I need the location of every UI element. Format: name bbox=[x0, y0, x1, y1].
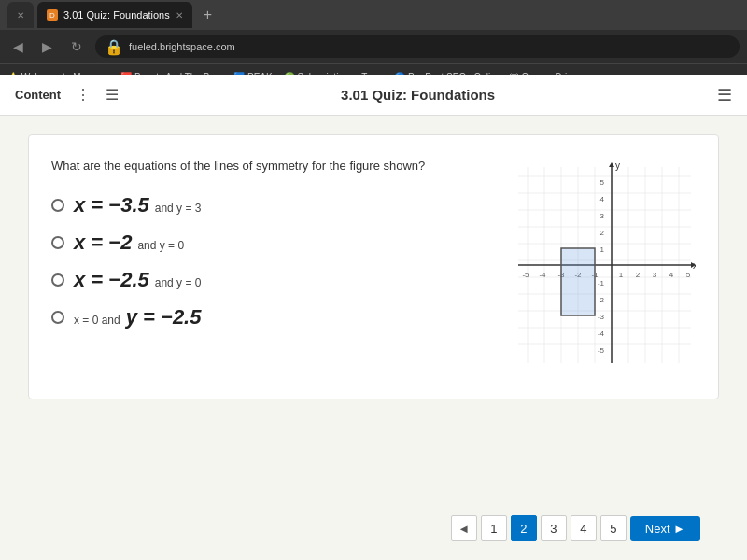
page-4-button[interactable]: 4 bbox=[571, 515, 597, 541]
hamburger-icon[interactable]: ☰ bbox=[106, 86, 119, 104]
page-3-button[interactable]: 3 bbox=[541, 515, 567, 541]
math-suffix-2: and y = 0 bbox=[137, 239, 184, 252]
answer-option-1[interactable]: x = −3.5 and y = 3 bbox=[51, 193, 490, 217]
answer-text-2: x = −2 and y = 0 bbox=[74, 231, 184, 255]
tab-bar: ✕ D 3.01 Quiz: Foundations ✕ + bbox=[0, 0, 747, 30]
tab-inactive[interactable]: ✕ bbox=[7, 2, 34, 28]
answer-options: x = −3.5 and y = 3 x = −2 and y = 0 bbox=[51, 193, 490, 329]
radio-1[interactable] bbox=[51, 199, 64, 212]
math-eq-2: x = −2 bbox=[74, 231, 132, 255]
symmetry-rectangle bbox=[561, 248, 595, 315]
lock-icon: 🔒 bbox=[105, 38, 123, 56]
math-eq-1: x = −3.5 bbox=[74, 193, 149, 217]
question-text: What are the equations of the lines of s… bbox=[51, 158, 490, 175]
answer-option-2[interactable]: x = −2 and y = 0 bbox=[51, 231, 490, 255]
user-menu-icon[interactable]: ☰ bbox=[717, 85, 732, 105]
new-tab-button[interactable]: + bbox=[196, 7, 219, 23]
pagination-row: ◄ 1 2 3 4 5 Next ► bbox=[28, 515, 719, 541]
svg-text:3: 3 bbox=[653, 271, 657, 279]
svg-text:2: 2 bbox=[636, 271, 641, 279]
graph-area: x y -5 -4 -3 -2 -1 1 2 3 4 5 5 bbox=[509, 158, 696, 376]
address-bar[interactable]: 🔒 fueled.brightspace.com bbox=[95, 35, 740, 58]
prev-page-button[interactable]: ◄ bbox=[451, 515, 477, 541]
svg-text:-4: -4 bbox=[539, 271, 546, 279]
svg-text:4: 4 bbox=[600, 195, 605, 203]
radio-3[interactable] bbox=[51, 273, 64, 287]
back-button[interactable]: ◀ bbox=[7, 37, 29, 56]
answer-option-3[interactable]: x = −2.5 and y = 0 bbox=[51, 268, 490, 292]
tab-favicon: D bbox=[47, 9, 58, 21]
page-2-button[interactable]: 2 bbox=[511, 515, 537, 541]
answer-option-4[interactable]: x = 0 and y = −2.5 bbox=[51, 305, 490, 329]
content-link[interactable]: Content bbox=[15, 88, 61, 102]
y-axis-label: y bbox=[615, 161, 620, 171]
radio-2[interactable] bbox=[51, 236, 64, 249]
page-title: 3.01 Quiz: Foundations bbox=[134, 87, 702, 103]
svg-text:5: 5 bbox=[686, 271, 691, 279]
dots-menu-icon[interactable]: ⋮ bbox=[76, 86, 91, 104]
svg-text:3: 3 bbox=[600, 212, 605, 220]
address-text: fueled.brightspace.com bbox=[129, 41, 235, 52]
answer-text-4: x = 0 and y = −2.5 bbox=[74, 305, 201, 329]
reload-button[interactable]: ↻ bbox=[65, 37, 88, 56]
svg-text:-5: -5 bbox=[598, 346, 605, 355]
tab-label: 3.01 Quiz: Foundations bbox=[63, 9, 170, 21]
next-label: Next ► bbox=[645, 522, 685, 536]
app-header: Content ⋮ ☰ 3.01 Quiz: Foundations ☰ bbox=[0, 75, 747, 116]
svg-text:1: 1 bbox=[619, 271, 624, 279]
svg-text:5: 5 bbox=[600, 178, 605, 187]
question-card: What are the equations of the lines of s… bbox=[28, 134, 719, 399]
main-content: What are the equations of the lines of s… bbox=[0, 116, 747, 560]
math-eq-4: y = −2.5 bbox=[126, 305, 202, 329]
browser-chrome: ✕ D 3.01 Quiz: Foundations ✕ + ◀ ▶ ↻ 🔒 f… bbox=[0, 0, 747, 75]
svg-text:1: 1 bbox=[600, 245, 605, 254]
question-left: What are the equations of the lines of s… bbox=[51, 158, 490, 376]
svg-text:-3: -3 bbox=[598, 313, 605, 321]
next-button[interactable]: Next ► bbox=[630, 516, 700, 541]
answer-text-3: x = −2.5 and y = 0 bbox=[74, 268, 201, 292]
page-5-button[interactable]: 5 bbox=[600, 515, 627, 541]
svg-text:-4: -4 bbox=[598, 329, 605, 338]
tab-active[interactable]: D 3.01 Quiz: Foundations ✕ bbox=[37, 2, 192, 28]
app-container: Content ⋮ ☰ 3.01 Quiz: Foundations ☰ Wha… bbox=[0, 75, 747, 560]
svg-text:-1: -1 bbox=[598, 279, 605, 287]
math-suffix-3: and y = 0 bbox=[155, 276, 202, 289]
forward-button[interactable]: ▶ bbox=[36, 37, 58, 56]
svg-marker-24 bbox=[609, 162, 614, 167]
tab-close-icon[interactable]: ✕ bbox=[17, 10, 24, 21]
page-1-button[interactable]: 1 bbox=[481, 515, 507, 541]
math-suffix-1: and y = 3 bbox=[155, 202, 202, 215]
coordinate-graph: x y -5 -4 -3 -2 -1 1 2 3 4 5 5 bbox=[509, 158, 696, 372]
answer-text-1: x = −3.5 and y = 3 bbox=[74, 193, 201, 217]
math-eq-3: x = −2.5 bbox=[74, 268, 149, 292]
svg-text:4: 4 bbox=[669, 271, 674, 279]
tab-active-close-icon[interactable]: ✕ bbox=[176, 10, 183, 21]
x-axis-label: x bbox=[693, 260, 696, 271]
math-prefix-4: x = 0 and bbox=[74, 314, 120, 327]
svg-text:-5: -5 bbox=[522, 271, 529, 279]
svg-text:2: 2 bbox=[600, 229, 605, 237]
svg-text:-2: -2 bbox=[598, 296, 605, 304]
radio-4[interactable] bbox=[51, 311, 64, 324]
address-bar-row: ◀ ▶ ↻ 🔒 fueled.brightspace.com bbox=[0, 30, 747, 63]
